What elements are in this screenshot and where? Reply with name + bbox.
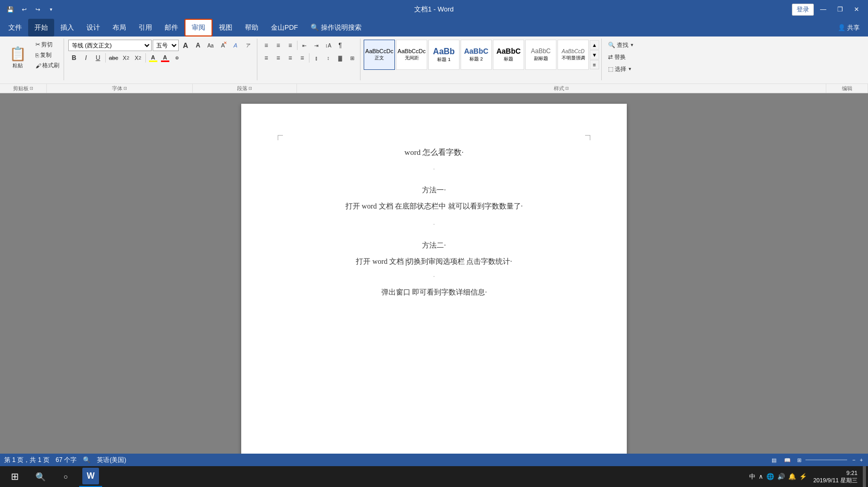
restore-button[interactable]: ❐	[833, 3, 847, 16]
paste-button[interactable]: 📋 粘贴	[4, 40, 31, 75]
columns-button[interactable]: ⫿	[311, 52, 322, 64]
align-center-button[interactable]: ≡	[272, 52, 284, 64]
style-heading2[interactable]: AaBbC 标题 2	[461, 40, 492, 70]
zoom-in-btn[interactable]: +	[859, 457, 864, 463]
strikethrough-button[interactable]: abc	[107, 52, 120, 64]
numbered-list-button[interactable]: ≡	[272, 40, 284, 51]
menu-jinshan[interactable]: 金山PDF	[265, 19, 304, 36]
taskbar-word[interactable]: W	[79, 466, 102, 487]
style-no-spacing[interactable]: AaBbCcDc 无间距	[396, 40, 427, 70]
menu-bar: 文件 开始 插入 设计 布局 引用 邮件 审阅 视图 帮助 金山PDF 🔍 操作…	[0, 19, 868, 36]
menu-home[interactable]: 开始	[28, 19, 54, 36]
align-right-button[interactable]: ≡	[284, 52, 296, 64]
copy-button[interactable]: ⎘ 复制	[33, 50, 61, 60]
menu-file[interactable]: 文件	[2, 19, 28, 36]
enclose-char-button[interactable]: ⊕	[171, 52, 183, 64]
bullet-list-button[interactable]: ≡	[261, 40, 272, 51]
bold-button[interactable]: B	[68, 52, 80, 64]
change-case-button[interactable]: Aa	[205, 40, 216, 51]
style-normal[interactable]: AaBbCcDc 正文	[364, 40, 395, 70]
menu-references[interactable]: 引用	[132, 19, 158, 36]
share-button[interactable]: 👤 共享	[832, 19, 866, 36]
text-highlight-button[interactable]: A	[147, 52, 159, 64]
show-desktop-btn[interactable]	[863, 466, 866, 487]
menu-design[interactable]: 设计	[80, 19, 106, 36]
decrease-indent-button[interactable]: ⇤	[299, 40, 310, 51]
replace-button[interactable]: ⇄ 替换	[605, 52, 637, 63]
start-button[interactable]: ⊞	[2, 466, 27, 487]
style-subtitle[interactable]: AaBbC 副标题	[525, 40, 556, 70]
menu-review[interactable]: 审阅	[184, 19, 213, 36]
decrease-font-button[interactable]: A	[192, 40, 204, 51]
sort-button[interactable]: ↕A	[323, 40, 334, 51]
menu-view[interactable]: 视图	[213, 19, 239, 36]
battery-icon[interactable]: ⚡	[798, 473, 808, 480]
shading-button[interactable]: ▓	[334, 52, 346, 64]
menu-insert[interactable]: 插入	[54, 19, 80, 36]
taskbar-search[interactable]: 🔍	[29, 466, 52, 487]
style-subtle-emph[interactable]: AaBbCcD 不明显强调	[557, 40, 589, 70]
tray-expand-icon[interactable]: ∧	[758, 473, 764, 480]
zoom-out-btn[interactable]: −	[851, 457, 857, 463]
login-button[interactable]: 登录	[792, 4, 814, 16]
editing-label-cell[interactable]: 编辑	[826, 84, 868, 93]
style-no-spacing-preview: AaBbCcDc	[398, 48, 426, 55]
section1-body: 打开 word 文档 在底部状态栏中 就可以看到字数数量了·	[283, 200, 585, 213]
save-quick-btn[interactable]: 💾	[4, 3, 17, 16]
styles-expand[interactable]: ≡	[590, 60, 599, 69]
cut-button[interactable]: ✂ 剪切	[33, 40, 61, 50]
subscript-button[interactable]: X2	[120, 52, 132, 64]
network-icon[interactable]: 🌐	[765, 473, 775, 480]
print-layout-btn[interactable]: ▤	[768, 455, 779, 465]
notification-icon[interactable]: 🔔	[787, 473, 797, 480]
style-subtitle-preview: AaBbC	[531, 47, 551, 55]
document-page[interactable]: word 怎么看字数· · 方法一· 打开 word 文档 在底部状态栏中 就可…	[241, 104, 627, 454]
phonetic-button[interactable]: ア	[242, 40, 254, 51]
increase-font-button[interactable]: A	[180, 40, 191, 51]
taskbar-cortana[interactable]: ○	[54, 466, 77, 487]
styles-scroll-up[interactable]: ▲	[590, 40, 599, 50]
volume-icon[interactable]: 🔊	[776, 473, 786, 480]
border-button[interactable]: ⊞	[346, 52, 358, 64]
italic-button[interactable]: I	[80, 52, 92, 64]
format-painter-button[interactable]: 🖌 格式刷	[33, 60, 61, 70]
style-heading1[interactable]: AaBb 标题 1	[428, 40, 460, 70]
style-heading[interactable]: AaBbC 标题	[493, 40, 524, 70]
underline-button[interactable]: U	[92, 52, 104, 64]
ime-icon[interactable]: 中	[748, 472, 757, 481]
menu-help[interactable]: 帮助	[239, 19, 265, 36]
show-marks-button[interactable]: ¶	[334, 40, 346, 51]
undo-quick-btn[interactable]: ↩	[18, 3, 30, 16]
minimize-button[interactable]: —	[816, 3, 830, 16]
clear-format-button[interactable]: A✕	[217, 40, 229, 51]
font-size-select[interactable]: 五号	[153, 40, 179, 51]
menu-mailings[interactable]: 邮件	[158, 19, 184, 36]
style-heading2-label: 标题 2	[469, 56, 483, 63]
multilevel-list-button[interactable]: ≡	[284, 40, 296, 51]
styles-scroll-down[interactable]: ▼	[590, 50, 599, 59]
align-left-button[interactable]: ≡	[261, 52, 272, 64]
paragraph-label-cell[interactable]: 段落 ⊡	[193, 84, 297, 93]
customize-quick-btn[interactable]: ▼	[45, 3, 57, 16]
menu-search[interactable]: 🔍 操作说明搜索	[304, 19, 368, 36]
redo-quick-btn[interactable]: ↪	[31, 3, 44, 16]
find-arrow: ▼	[630, 43, 634, 47]
increase-indent-button[interactable]: ⇥	[311, 40, 322, 51]
find-button[interactable]: 🔍 查找 ▼	[605, 40, 637, 51]
font-label-cell[interactable]: 字体 ⊡	[47, 84, 193, 93]
close-button[interactable]: ✕	[849, 3, 864, 16]
font-color-button[interactable]: A	[159, 52, 171, 64]
styles-label-cell[interactable]: 样式 ⊡	[297, 84, 826, 93]
clipboard-label-cell[interactable]: 剪贴板 ⊡	[0, 84, 47, 93]
cut-label: 剪切	[41, 41, 53, 48]
text-effect-button[interactable]: A	[230, 40, 241, 51]
read-layout-btn[interactable]: 📖	[782, 455, 793, 465]
superscript-button[interactable]: X2	[132, 52, 144, 64]
select-button[interactable]: ⬚ 选择 ▼	[605, 64, 637, 75]
menu-layout[interactable]: 布局	[106, 19, 132, 36]
line-spacing-button[interactable]: ↕	[323, 52, 334, 64]
clock[interactable]: 9:21 2019/9/11 星期三	[810, 469, 861, 484]
font-name-select[interactable]: 等线 (西文正文)	[68, 40, 152, 51]
justify-button[interactable]: ≡	[296, 52, 308, 64]
doc-separator1: ·	[283, 164, 585, 175]
